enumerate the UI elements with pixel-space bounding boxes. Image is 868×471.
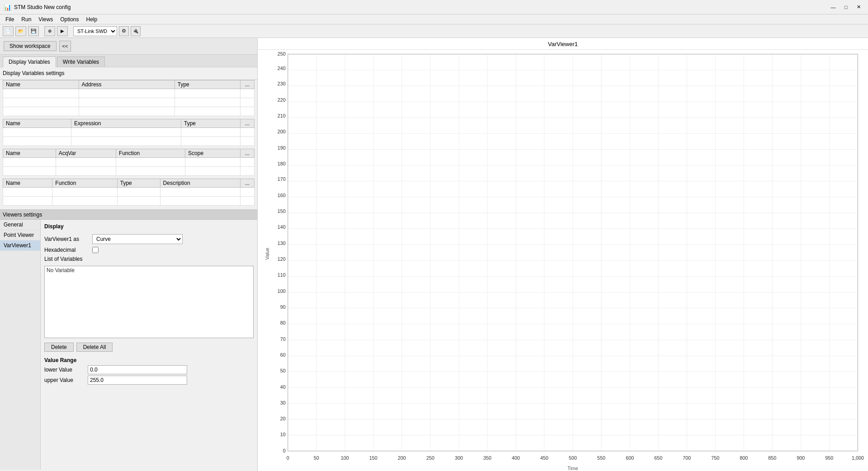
viewers-settings: Viewers settings General Point Viewer Va… [0, 209, 257, 471]
lower-value-label: lower Value [44, 367, 85, 373]
svg-text:230: 230 [278, 81, 286, 86]
svg-text:70: 70 [280, 336, 286, 342]
more-btn-1[interactable]: ... [243, 81, 251, 88]
svg-text:240: 240 [278, 66, 286, 71]
svg-text:90: 90 [280, 304, 286, 310]
viewers-content: Display VarViewer1 as Curve Bar Numeric … [41, 220, 257, 470]
svg-text:250: 250 [426, 455, 434, 461]
app-title: STM Studio New config [14, 4, 827, 10]
col-more-4: ... [240, 179, 254, 188]
maximize-button[interactable]: □ [840, 3, 852, 12]
svg-text:650: 650 [654, 455, 662, 461]
more-btn-3[interactable]: ... [243, 150, 251, 156]
svg-text:130: 130 [278, 240, 286, 246]
menu-run[interactable]: Run [18, 15, 35, 24]
svg-text:30: 30 [280, 400, 286, 405]
col-acqvar: AcqVar [56, 149, 116, 158]
chart-area: Value [258, 50, 868, 471]
viewers-left-nav: General Point Viewer VarViewer1 [0, 220, 41, 470]
grid-and-y-axis: 0 10 20 30 40 50 60 70 80 90 100 110 120… [278, 51, 858, 453]
toolbar-btn5[interactable]: ▶ [57, 26, 68, 36]
minimize-button[interactable]: — [827, 3, 839, 12]
upper-value-row: upper Value [44, 376, 254, 385]
col-name-1: Name [3, 80, 79, 89]
more-btn-2[interactable]: ... [243, 120, 251, 127]
svg-text:700: 700 [683, 455, 691, 461]
svg-text:160: 160 [278, 193, 286, 198]
table-row [3, 197, 255, 206]
delete-button[interactable]: Delete [44, 343, 74, 352]
var-table-3: Name AcqVar Function Scope ... [3, 149, 255, 176]
delete-all-button[interactable]: Delete All [76, 343, 113, 352]
viewer-nav-varviewer1[interactable]: VarViewer1 [0, 240, 40, 251]
viewer-nav-general[interactable]: General [0, 220, 40, 230]
col-function-4: Function [52, 179, 117, 188]
right-panel: VarViewer1 Value [258, 38, 868, 471]
svg-text:750: 750 [711, 455, 719, 461]
toolbar-btn4[interactable]: ⊕ [44, 26, 55, 36]
viewer-nav-point-viewer[interactable]: Point Viewer [0, 230, 40, 240]
svg-text:250: 250 [278, 51, 286, 57]
col-name-3: Name [3, 149, 56, 158]
stlink-select[interactable]: ST-Link SWD [73, 26, 117, 36]
svg-text:10: 10 [280, 432, 286, 437]
menu-options[interactable]: Options [57, 15, 82, 24]
display-vars-settings-label: Display Variables settings [3, 69, 255, 78]
var-tabs: Display Variables Write Variables [0, 55, 257, 67]
viewers-settings-header: Viewers settings [0, 210, 257, 220]
value-range-label: Value Range [44, 357, 254, 363]
svg-text:1,000: 1,000 [852, 455, 864, 461]
more-btn-4[interactable]: ... [243, 180, 251, 186]
svg-text:20: 20 [280, 416, 286, 421]
svg-text:950: 950 [825, 455, 833, 461]
svg-text:220: 220 [278, 97, 286, 103]
hexadecimal-checkbox[interactable] [92, 247, 99, 253]
menubar: File Run Views Options Help [0, 14, 868, 24]
x-axis-title: Time [567, 466, 578, 471]
toolbar-config[interactable]: ⚙ [119, 26, 129, 36]
col-scope: Scope [185, 149, 241, 158]
lower-value-input[interactable] [88, 365, 187, 374]
var-table-2: Name Expression Type ... [3, 119, 255, 146]
delete-row: Delete Delete All [44, 343, 254, 352]
col-more-3: ... [240, 149, 254, 158]
svg-text:450: 450 [540, 455, 548, 461]
svg-text:200: 200 [398, 455, 406, 461]
col-more-2: ... [240, 119, 254, 128]
toolbar-connect[interactable]: 🔌 [131, 26, 141, 36]
table-row [3, 158, 255, 167]
upper-value-input[interactable] [88, 376, 187, 385]
varviewer-as-select[interactable]: Curve Bar Numeric [92, 234, 183, 244]
menu-views[interactable]: Views [35, 15, 57, 24]
toolbar: 📄 📂 💾 ⊕ ▶ ST-Link SWD ⚙ 🔌 [0, 24, 868, 38]
svg-text:180: 180 [278, 161, 286, 166]
chart-svg: Value [258, 50, 868, 471]
svg-text:200: 200 [278, 129, 286, 134]
display-section-label: Display [44, 223, 254, 230]
col-name-2: Name [3, 119, 71, 128]
upper-value-label: upper Value [44, 377, 85, 383]
svg-text:170: 170 [278, 176, 286, 182]
col-expression: Expression [71, 119, 181, 128]
lower-value-row: lower Value [44, 365, 254, 374]
toolbar-new[interactable]: 📄 [3, 26, 14, 36]
show-workspace-button[interactable]: Show workspace [4, 41, 57, 51]
menu-file[interactable]: File [2, 15, 18, 24]
var-table-4: Name Function Type Description ... [3, 179, 255, 206]
chart-title: VarViewer1 [258, 38, 868, 50]
menu-help[interactable]: Help [83, 15, 101, 24]
col-type-1: Type [175, 80, 240, 89]
table-row [3, 128, 255, 137]
main-layout: Show workspace << Display Variables Writ… [0, 38, 868, 471]
close-button[interactable]: ✕ [853, 3, 864, 12]
variable-list-box: No Variable [44, 266, 254, 338]
var-table-1: Name Address Type ... [3, 80, 255, 116]
collapse-button[interactable]: << [59, 41, 71, 52]
svg-text:60: 60 [280, 352, 286, 358]
tab-write-variables[interactable]: Write Variables [57, 57, 105, 67]
toolbar-open[interactable]: 📂 [15, 26, 26, 36]
tab-display-variables[interactable]: Display Variables [3, 57, 56, 67]
svg-text:800: 800 [740, 455, 748, 461]
toolbar-save[interactable]: 💾 [28, 26, 39, 36]
varviewer-as-label: VarViewer1 as [44, 236, 90, 242]
